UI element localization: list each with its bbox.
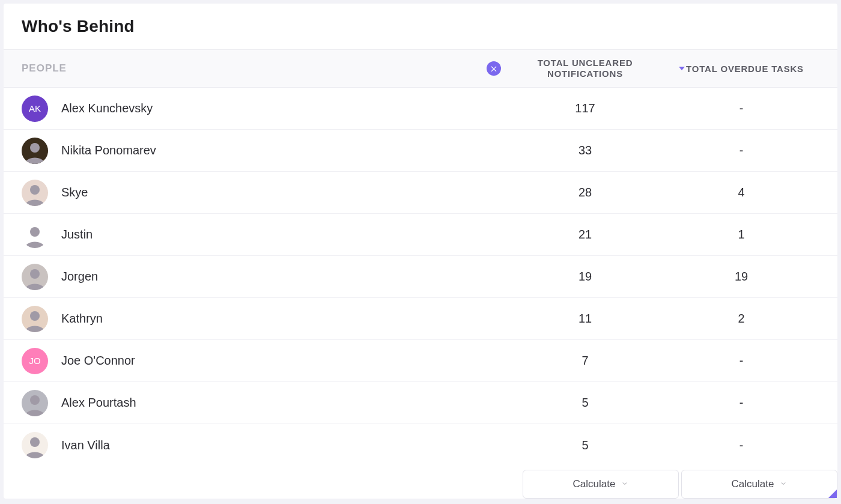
notifications-cell: 5 (507, 439, 663, 452)
overdue-cell: - (663, 439, 819, 452)
resize-handle-icon[interactable] (828, 490, 837, 498)
notifications-cell: 11 (507, 312, 663, 326)
avatar[interactable] (22, 390, 48, 416)
person-cell: Ivan Villa (22, 432, 507, 458)
person-cell: Justin (22, 222, 507, 248)
column-header-overdue-label: TOTAL OVERDUE TASKS (686, 64, 804, 74)
svg-point-1 (30, 185, 40, 195)
calculate-notifications-button[interactable]: Calculate (523, 470, 679, 499)
table-row[interactable]: Kathryn112 (4, 298, 837, 340)
person-name: Skye (61, 186, 88, 199)
card-title: Who's Behind (4, 4, 837, 49)
overdue-cell: 2 (663, 312, 819, 326)
person-cell: Kathryn (22, 306, 507, 332)
svg-point-2 (30, 227, 40, 237)
notifications-cell: 21 (507, 228, 663, 241)
overdue-cell: - (663, 354, 819, 368)
sort-desc-icon (679, 63, 685, 74)
notifications-cell: 5 (507, 396, 663, 410)
chevron-down-icon (780, 478, 787, 490)
chevron-down-icon (621, 478, 628, 490)
person-name: Jorgen (61, 270, 98, 284)
table-row[interactable]: Skye284 (4, 172, 837, 214)
person-cell: JOJoe O'Connor (22, 348, 507, 374)
table-body: AKAlex Kunchevsky117-Nikita Ponomarev33-… (4, 88, 837, 466)
notifications-cell: 19 (507, 270, 663, 284)
overdue-cell: 4 (663, 186, 819, 199)
person-name: Alex Kunchevsky (61, 102, 153, 115)
avatar[interactable] (22, 306, 48, 332)
column-header-notifications[interactable]: TOTAL UNCLEARED NOTIFICATIONS (507, 58, 663, 79)
table-row[interactable]: Justin211 (4, 214, 837, 256)
column-header-people[interactable]: PEOPLE (22, 62, 507, 74)
person-name: Kathryn (61, 312, 103, 326)
calculate-label: Calculate (573, 478, 616, 490)
table-row[interactable]: JOJoe O'Connor7- (4, 340, 837, 382)
person-cell: Jorgen (22, 264, 507, 290)
table-row[interactable]: AKAlex Kunchevsky117- (4, 88, 837, 130)
avatar[interactable]: AK (22, 96, 48, 122)
overdue-cell: - (663, 144, 819, 157)
notifications-cell: 28 (507, 186, 663, 199)
person-name: Ivan Villa (61, 439, 110, 452)
avatar[interactable] (22, 180, 48, 206)
svg-point-4 (30, 311, 40, 321)
person-cell: AKAlex Kunchevsky (22, 96, 507, 122)
table-row[interactable]: Nikita Ponomarev33- (4, 130, 837, 172)
notifications-cell: 7 (507, 354, 663, 368)
svg-point-0 (30, 143, 40, 153)
avatar[interactable] (22, 222, 48, 248)
notifications-cell: 117 (507, 102, 663, 115)
table-row[interactable]: Alex Pourtash5- (4, 382, 837, 424)
avatar[interactable] (22, 432, 48, 458)
avatar[interactable] (22, 264, 48, 290)
calculate-label: Calculate (732, 478, 774, 490)
person-cell: Alex Pourtash (22, 390, 507, 416)
person-cell: Nikita Ponomarev (22, 138, 507, 164)
table-row[interactable]: Jorgen1919 (4, 256, 837, 298)
table-row[interactable]: Ivan Villa5- (4, 424, 837, 466)
svg-point-3 (30, 269, 40, 279)
svg-point-5 (30, 395, 40, 405)
clear-sort-icon[interactable] (487, 61, 501, 76)
svg-point-6 (30, 437, 40, 447)
person-name: Nikita Ponomarev (61, 144, 156, 157)
column-header-overdue[interactable]: TOTAL OVERDUE TASKS (663, 63, 819, 74)
avatar[interactable]: JO (22, 348, 48, 374)
overdue-cell: 19 (663, 270, 819, 284)
overdue-cell: - (663, 396, 819, 410)
person-name: Alex Pourtash (61, 396, 136, 410)
person-name: Joe O'Connor (61, 354, 135, 368)
whos-behind-card: Who's Behind PEOPLE TOTAL UNCLEARED NOTI… (4, 4, 837, 499)
avatar[interactable] (22, 138, 48, 164)
notifications-cell: 33 (507, 144, 663, 157)
table-footer: Calculate Calculate (4, 466, 837, 499)
column-header-notifications-label: TOTAL UNCLEARED NOTIFICATIONS (538, 58, 633, 79)
person-name: Justin (61, 228, 93, 241)
overdue-cell: - (663, 102, 819, 115)
person-cell: Skye (22, 180, 507, 206)
calculate-overdue-button[interactable]: Calculate (681, 470, 837, 499)
overdue-cell: 1 (663, 228, 819, 241)
table-header: PEOPLE TOTAL UNCLEARED NOTIFICATIONS TOT… (4, 49, 837, 88)
